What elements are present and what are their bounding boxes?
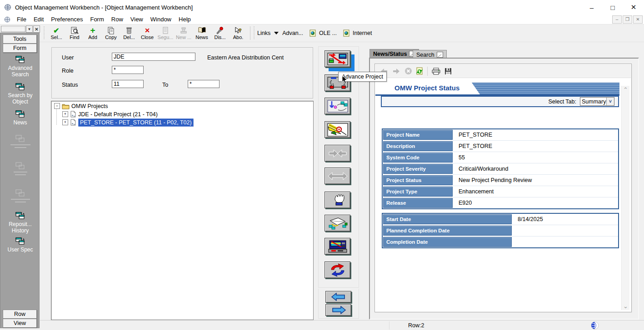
tree-node-jde-default-project[interactable]: + JDE - Default Project (21 - T04) [62, 110, 158, 118]
refresh-cycle-button[interactable] [324, 261, 350, 278]
menu-row[interactable]: Row [108, 15, 127, 24]
menu-edit[interactable]: Edit [30, 15, 47, 24]
stop-icon[interactable] [404, 67, 412, 75]
workstation-icon [328, 240, 348, 253]
forward-arrow-icon[interactable] [392, 68, 400, 74]
expand-icon[interactable]: + [62, 119, 68, 125]
menubar: File Edit Preferences Form Row View Wind… [0, 15, 644, 25]
copy-button[interactable]: Copy [102, 25, 120, 41]
checkout-hand-button[interactable] [324, 192, 350, 208]
dock-dropdown-button[interactable]: ▼ [26, 25, 33, 33]
scroll-down-icon[interactable]: ⌄ [622, 302, 629, 310]
search-criteria-group: User Eastern Area Distribution Cent Role… [51, 47, 313, 99]
mdi-restore-button[interactable]: ❐ [623, 15, 632, 24]
refresh-page-icon[interactable] [416, 67, 423, 75]
next-button[interactable] [325, 304, 351, 316]
sidebar-item-repository-history[interactable]: Reposit... History [0, 212, 40, 234]
dock-close-button[interactable]: ✕ [33, 25, 40, 33]
copy-icon [107, 27, 115, 34]
menu-preferences[interactable]: Preferences [47, 15, 86, 24]
sidebar-item-user-spec[interactable]: User Spec [0, 237, 40, 253]
links-gripper[interactable] [253, 26, 255, 40]
printer-icon[interactable] [432, 68, 440, 75]
view-tab-button[interactable]: View [3, 319, 37, 328]
arrow-left-icon [331, 293, 346, 301]
table-row: Planned Completion Date [383, 225, 618, 236]
links-dropdown-icon[interactable] [274, 32, 279, 34]
status-to-input[interactable] [188, 80, 220, 88]
role-input[interactable] [112, 66, 144, 74]
document-icon [162, 27, 169, 34]
environment-label: Eastern Area Distribution Cent [207, 54, 284, 61]
close-form-button[interactable]: ✕ Close [138, 25, 156, 41]
expand-icon[interactable]: + [62, 111, 68, 117]
tree-node-pet-store[interactable]: + PET_STORE - PET_STORE (11 - P02, T02) [62, 118, 194, 126]
previous-button[interactable] [325, 291, 351, 303]
advanced-link[interactable]: Advan... [282, 30, 303, 36]
menu-window[interactable]: Window [147, 15, 175, 24]
cascade-windows-icon [15, 56, 25, 64]
menu-help[interactable]: Help [175, 15, 195, 24]
menu-form[interactable]: Form [86, 15, 107, 24]
about-button[interactable]: ? Abo. [229, 25, 247, 41]
status-from-input[interactable] [112, 80, 144, 88]
omw-status-header: OMW Project Status [375, 83, 619, 96]
user-input[interactable] [112, 53, 195, 61]
scroll-up-icon[interactable]: ⌃ [622, 86, 629, 94]
to-label: To [162, 82, 168, 88]
collapse-icon[interactable]: − [54, 103, 60, 109]
select-button[interactable]: ✔ Sel... [47, 25, 65, 41]
menu-view[interactable]: View [127, 15, 147, 24]
sidebar-dock-header: ▼ ✕ [1, 25, 40, 33]
menu-file[interactable]: File [13, 15, 30, 24]
links-label[interactable]: Links [257, 30, 270, 36]
sidebar-item-search-by-object[interactable]: Search by Object [0, 83, 40, 105]
select-tab-dropdown[interactable]: Summary ˅ [580, 97, 614, 106]
cascade-windows-icon [15, 212, 25, 220]
dispatch-button[interactable]: Dis... [211, 25, 229, 41]
add-button[interactable]: + Add [84, 25, 102, 41]
striped-banner [472, 83, 619, 94]
maximize-button[interactable]: □ [602, 0, 623, 15]
table-row: Project SeverityCritical/Workaround [383, 163, 618, 175]
row-tab-button[interactable]: Row [3, 310, 37, 319]
mdi-close-button[interactable]: ✕ [633, 15, 643, 24]
transfer-objects-button[interactable] [324, 98, 350, 114]
sidebar: Tools Form Advanced Search Search by Obj… [0, 33, 40, 328]
row-count-text: Row:2 [408, 322, 424, 329]
cascade-windows-icon [15, 162, 25, 170]
project-status-button[interactable] [324, 50, 350, 67]
cascade-windows-icon [15, 135, 25, 143]
mail-objects-button[interactable] [324, 215, 350, 231]
workstation-button[interactable] [324, 238, 350, 255]
close-button[interactable]: ✕ [623, 0, 644, 15]
titlebar: Object Management Workbench - [Object Ma… [0, 0, 644, 15]
tab-page-icon [437, 52, 443, 58]
sidebar-item-news[interactable]: News [0, 110, 40, 126]
chevron-down-icon: ˅ [606, 98, 614, 105]
design-tools-button[interactable] [324, 121, 350, 138]
form-tab-button[interactable]: Form [3, 44, 37, 53]
project-status-board-icon [327, 53, 348, 65]
mdi-minimize-button[interactable]: – [612, 15, 622, 24]
role-label: Role [62, 68, 74, 74]
tab-news-status[interactable]: News/Status [369, 49, 419, 58]
tools-tab-button[interactable]: Tools [3, 34, 37, 44]
internet-link[interactable]: Internet [353, 30, 372, 36]
vertical-scrollbar[interactable]: ⌃ ⌄ [621, 86, 629, 310]
save-floppy-icon[interactable] [444, 68, 452, 75]
delete-button[interactable]: Del... [120, 25, 138, 41]
mouse-cursor [342, 75, 348, 84]
minimize-button[interactable]: – [581, 0, 602, 15]
news-button[interactable]: News [193, 25, 211, 41]
toolbar-gripper[interactable] [43, 26, 45, 40]
dock-gripper[interactable] [1, 26, 25, 32]
tree-root-omw-projects[interactable]: − OMW Projects [54, 102, 108, 110]
ole-link[interactable]: OLE ... [319, 30, 337, 36]
internet-page-globe-icon [343, 30, 350, 37]
sidebar-item-advanced-search[interactable]: Advanced Search [0, 56, 40, 78]
svg-text:?: ? [239, 28, 242, 33]
status-bar: Row:2 [40, 320, 644, 330]
ole-page-globe-icon [310, 30, 316, 37]
find-button[interactable]: Find [65, 25, 84, 41]
